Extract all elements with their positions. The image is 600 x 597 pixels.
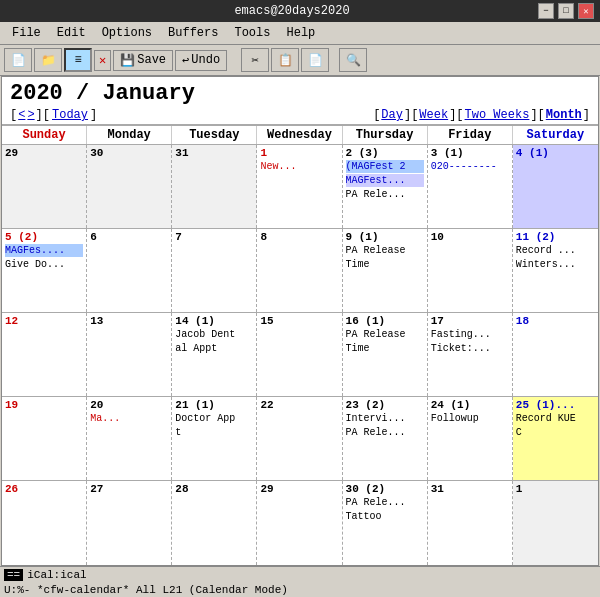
cell-feb-1[interactable]: 1 — [513, 481, 598, 565]
date-jan-4: 4 (1) — [516, 147, 549, 159]
cell-jan-29[interactable]: 29 — [257, 481, 342, 565]
cell-dec-30[interactable]: 30 — [87, 145, 172, 228]
cell-jan-21[interactable]: 21 (1) Doctor App t — [172, 397, 257, 480]
event-jan-3-1[interactable]: 020-------- — [431, 160, 509, 173]
event-jan-16-1[interactable]: PA Release — [346, 328, 424, 341]
search-button[interactable]: 🔍 — [339, 48, 367, 72]
event-jan-9-1[interactable]: PA Release — [346, 244, 424, 257]
event-jan-2-1[interactable]: (MAGFest 2 — [346, 160, 424, 173]
menu-file[interactable]: File — [4, 24, 49, 42]
cell-jan-16[interactable]: 16 (1) PA Release Time — [343, 313, 428, 396]
text-mode-button[interactable]: ≡ — [64, 48, 92, 72]
date-jan-12: 12 — [5, 315, 18, 327]
event-jan-30-1[interactable]: PA Rele... — [346, 496, 424, 509]
menu-edit[interactable]: Edit — [49, 24, 94, 42]
event-jan-21-1[interactable]: Doctor App — [175, 412, 253, 425]
event-jan-14-1[interactable]: Jacob Dent — [175, 328, 253, 341]
view-week[interactable]: Week — [418, 108, 449, 122]
maximize-button[interactable]: □ — [558, 3, 574, 19]
cut-button[interactable]: ✂ — [241, 48, 269, 72]
event-jan-17-2[interactable]: Ticket:... — [431, 342, 509, 355]
cell-jan-11[interactable]: 11 (2) Record ... Winters... — [513, 229, 598, 312]
cell-jan-3[interactable]: 3 (1) 020-------- — [428, 145, 513, 228]
event-jan-23-2[interactable]: PA Rele... — [346, 426, 424, 439]
cell-jan-9[interactable]: 9 (1) PA Release Time — [343, 229, 428, 312]
statusbar: == iCal:ical — [0, 566, 600, 583]
cell-jan-30[interactable]: 30 (2) PA Rele... Tattoo — [343, 481, 428, 565]
event-jan-24-1[interactable]: Followup — [431, 412, 509, 425]
event-jan-16-2[interactable]: Time — [346, 342, 424, 355]
prev-button[interactable]: < — [17, 108, 26, 122]
cell-dec-29[interactable]: 29 — [2, 145, 87, 228]
menu-buffers[interactable]: Buffers — [160, 24, 226, 42]
cell-jan-19[interactable]: 19 — [2, 397, 87, 480]
next-button[interactable]: > — [26, 108, 35, 122]
event-jan-20-1[interactable]: Ma... — [90, 412, 168, 425]
date-jan-19: 19 — [5, 399, 18, 411]
event-jan-23-1[interactable]: Intervi... — [346, 412, 424, 425]
menu-help[interactable]: Help — [278, 24, 323, 42]
event-jan-5-1[interactable]: MAGFes.... — [5, 244, 83, 257]
cell-jan-13[interactable]: 13 — [87, 313, 172, 396]
event-jan-21-2[interactable]: t — [175, 426, 253, 439]
date-jan-8: 8 — [260, 231, 267, 243]
event-jan-14-2[interactable]: al Appt — [175, 342, 253, 355]
event-jan-17-1[interactable]: Fasting... — [431, 328, 509, 341]
view-twoweeks[interactable]: Two Weeks — [464, 108, 531, 122]
cell-jan-25[interactable]: 25 (1)... Record KUE C — [513, 397, 598, 480]
event-jan-1-1[interactable]: New... — [260, 160, 338, 173]
cell-jan-28[interactable]: 28 — [172, 481, 257, 565]
undo-button[interactable]: ↩ Undo — [175, 50, 227, 71]
new-file-button[interactable]: 📄 — [4, 48, 32, 72]
event-jan-11-2[interactable]: Winters... — [516, 258, 595, 271]
cell-jan-14[interactable]: 14 (1) Jacob Dent al Appt — [172, 313, 257, 396]
cell-jan-8[interactable]: 8 — [257, 229, 342, 312]
event-jan-30-2[interactable]: Tattoo — [346, 510, 424, 523]
minimize-button[interactable]: − — [538, 3, 554, 19]
event-jan-5-2[interactable]: Give Do... — [5, 258, 83, 271]
event-jan-2-3[interactable]: PA Rele... — [346, 188, 424, 201]
cell-jan-5[interactable]: 5 (2) MAGFes.... Give Do... — [2, 229, 87, 312]
date-jan-29: 29 — [260, 483, 273, 495]
cell-jan-4[interactable]: 4 (1) — [513, 145, 598, 228]
cell-dec-31[interactable]: 31 — [172, 145, 257, 228]
cell-jan-27[interactable]: 27 — [87, 481, 172, 565]
event-jan-11-1[interactable]: Record ... — [516, 244, 595, 257]
view-day[interactable]: Day — [380, 108, 404, 122]
event-jan-25-2[interactable]: C — [516, 426, 595, 439]
date-jan-1: 1 — [260, 147, 267, 159]
copy-button[interactable]: 📋 — [271, 48, 299, 72]
event-jan-2-2[interactable]: MAGFest... — [346, 174, 424, 187]
save-button[interactable]: 💾 Save — [113, 50, 173, 71]
week-row-3: 12 13 14 (1) Jacob Dent al Appt 15 16 (1… — [2, 313, 598, 397]
cell-jan-15[interactable]: 15 — [257, 313, 342, 396]
cell-jan-2[interactable]: 2 (3) (MAGFest 2 MAGFest... PA Rele... — [343, 145, 428, 228]
close-button[interactable]: ✕ — [578, 3, 594, 19]
header-monday: Monday — [87, 126, 172, 144]
cell-jan-20[interactable]: 20 Ma... — [87, 397, 172, 480]
week-row-4: 19 20 Ma... 21 (1) Doctor App t 22 23 (2… — [2, 397, 598, 481]
event-jan-9-2[interactable]: Time — [346, 258, 424, 271]
cell-jan-12[interactable]: 12 — [2, 313, 87, 396]
cell-jan-26[interactable]: 26 — [2, 481, 87, 565]
cell-jan-23[interactable]: 23 (2) Intervi... PA Rele... — [343, 397, 428, 480]
cell-jan-6[interactable]: 6 — [87, 229, 172, 312]
cell-jan-31[interactable]: 31 — [428, 481, 513, 565]
today-button[interactable]: Today — [50, 108, 90, 122]
view-month[interactable]: Month — [545, 108, 583, 122]
cell-jan-1[interactable]: 1 New... — [257, 145, 342, 228]
cell-jan-22[interactable]: 22 — [257, 397, 342, 480]
cell-jan-10[interactable]: 10 — [428, 229, 513, 312]
menu-tools[interactable]: Tools — [226, 24, 278, 42]
date-jan-18: 18 — [516, 315, 529, 327]
paste-button[interactable]: 📄 — [301, 48, 329, 72]
cell-jan-18[interactable]: 18 — [513, 313, 598, 396]
open-file-button[interactable]: 📁 — [34, 48, 62, 72]
event-jan-25-1[interactable]: Record KUE — [516, 412, 595, 425]
header-wednesday: Wednesday — [257, 126, 342, 144]
menu-options[interactable]: Options — [94, 24, 160, 42]
close-buffer-button[interactable]: ✕ — [94, 50, 111, 71]
cell-jan-7[interactable]: 7 — [172, 229, 257, 312]
cell-jan-17[interactable]: 17 Fasting... Ticket:... — [428, 313, 513, 396]
cell-jan-24[interactable]: 24 (1) Followup — [428, 397, 513, 480]
